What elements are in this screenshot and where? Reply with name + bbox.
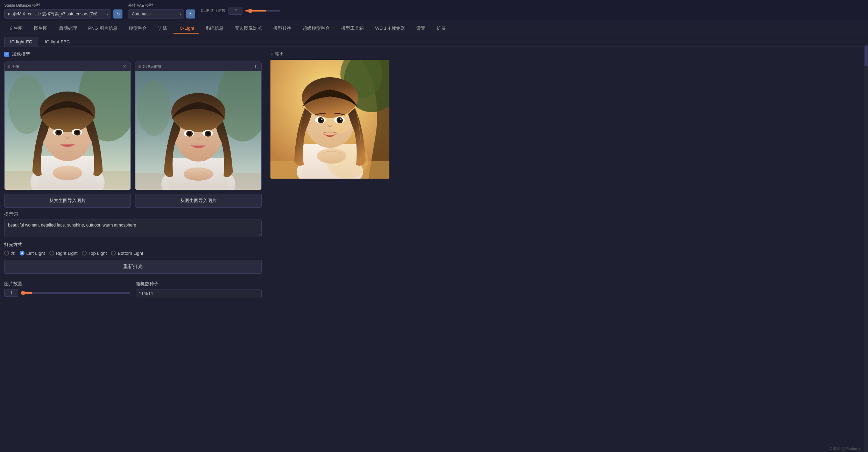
image-panel-1: ⊞ 图像 ✕: [4, 62, 131, 190]
right-panel: ⊞ 输出: [266, 47, 868, 452]
panel1-header-left: ⊞ 图像: [7, 64, 19, 69]
import-from-img2img-btn[interactable]: 从图生图导入图片: [135, 194, 262, 208]
tab-txt2img[interactable]: 文生图: [4, 23, 28, 34]
load-model-label: 加载模型: [12, 51, 30, 57]
load-model-checkbox[interactable]: ✓: [4, 52, 9, 57]
vae-model-label: 外挂 VAE 模型: [128, 3, 195, 8]
count-slider-row: [4, 289, 130, 297]
image-panel-2-header: ⊞ 处理后前景 ⬇: [135, 62, 261, 71]
woman-image-2: [135, 71, 261, 190]
svg-point-14: [75, 131, 79, 135]
scroll-track[interactable]: [864, 45, 868, 452]
vae-model-select[interactable]: Automatic: [128, 9, 184, 19]
vae-refresh-btn[interactable]: ↻: [186, 9, 195, 19]
radio-label-none: 无: [11, 250, 15, 256]
subtab-fbc[interactable]: IC-light-FBC: [39, 37, 76, 46]
radio-top[interactable]: Top Light: [82, 251, 107, 256]
woman-image-1: [5, 71, 130, 190]
panel1-close-btn[interactable]: ✕: [121, 63, 128, 70]
count-section: 图片数量: [4, 277, 130, 297]
tab-browser[interactable]: 无边图像浏览: [230, 23, 267, 34]
radio-label-left: Left Light: [26, 251, 45, 256]
count-slider[interactable]: [21, 292, 130, 294]
output-image-container: [270, 60, 389, 179]
tab-pnginfo[interactable]: PNG 图片信息: [83, 23, 122, 34]
tab-wd14[interactable]: WD 1.4 标签器: [370, 23, 410, 34]
watermark: CSDN @Findemim: [830, 446, 862, 451]
radio-circle-bottom: [111, 251, 116, 256]
image-area-2[interactable]: [135, 71, 261, 190]
radio-right[interactable]: Right Light: [49, 251, 78, 256]
radio-circle-right: [49, 251, 54, 256]
radio-label-bottom: Bottom Light: [118, 251, 143, 256]
tab-extensions[interactable]: 扩展: [432, 23, 451, 34]
radio-left[interactable]: Left Light: [20, 251, 45, 256]
portrait-svg-1: [5, 71, 130, 190]
svg-point-51: [340, 119, 341, 120]
portrait-2: [135, 71, 261, 190]
image-area-1[interactable]: [5, 71, 130, 190]
sd-model-section: Stable Diffusion 模型 majicMIX realistic 麦…: [4, 3, 122, 19]
vae-model-section: 外挂 VAE 模型 Automatic ↻: [128, 3, 195, 19]
load-model-row: ✓ 加载模型: [4, 51, 262, 57]
seed-section: 随机数种子: [136, 277, 262, 298]
prompt-label: 提示词: [4, 211, 262, 217]
scroll-thumb[interactable]: [865, 45, 868, 66]
svg-point-2: [8, 75, 45, 134]
top-bar: Stable Diffusion 模型 majicMIX realistic 麦…: [0, 0, 868, 21]
svg-point-31: [184, 167, 213, 181]
left-panel: ✓ 加载模型 ⊞ 图像 ✕: [0, 47, 266, 452]
clip-label: CLIP 终止层数: [201, 8, 226, 13]
subtab-fc[interactable]: IC-light-FC: [4, 37, 38, 46]
main-content: ✓ 加载模型 ⊞ 图像 ✕: [0, 47, 868, 452]
tab-extras[interactable]: 后期处理: [54, 23, 82, 34]
refresh-icon-2: ↻: [189, 12, 193, 17]
lighting-row: 无 Left Light Right Light Top Light Botto…: [4, 250, 262, 256]
tab-toolkit[interactable]: 模型工具箱: [336, 23, 369, 34]
image-row: ⊞ 图像 ✕: [4, 62, 262, 190]
tab-convert[interactable]: 模型转换: [268, 23, 296, 34]
svg-point-30: [206, 132, 210, 136]
clip-slider[interactable]: [245, 10, 280, 12]
prompt-textarea[interactable]: [4, 220, 262, 237]
sd-refresh-btn[interactable]: ↻: [113, 9, 122, 19]
seed-input[interactable]: [136, 289, 262, 298]
radio-circle-left: [20, 251, 24, 256]
radio-label-top: Top Light: [89, 251, 107, 256]
svg-point-13: [57, 131, 61, 135]
tab-img2img[interactable]: 图生图: [29, 23, 52, 34]
lighting-label: 打光方式: [4, 242, 262, 248]
sd-model-label: Stable Diffusion 模型: [4, 3, 122, 8]
output-header: ⊞ 输出: [270, 51, 864, 57]
clip-section: CLIP 终止层数: [201, 7, 280, 15]
tab-sysinfo[interactable]: 系统信息: [200, 23, 228, 34]
refresh-icon: ↻: [116, 12, 120, 17]
tab-merge[interactable]: 模型融合: [124, 23, 152, 34]
sub-tabs: IC-light-FC IC-light-FBC: [0, 34, 868, 47]
count-value-input[interactable]: [4, 289, 18, 297]
count-label: 图片数量: [4, 281, 130, 287]
seed-label: 随机数种子: [136, 281, 262, 287]
sd-model-select-wrapper: majicMIX realistic 麦橘写实_v7.safetensors […: [4, 9, 111, 19]
sd-model-select[interactable]: majicMIX realistic 麦橘写实_v7.safetensors […: [4, 9, 111, 19]
output-icon: ⊞: [270, 52, 273, 56]
portrait-svg-2: [135, 71, 261, 190]
radio-label-right: Right Light: [56, 251, 78, 256]
relight-btn[interactable]: 重新打光: [4, 260, 262, 274]
radio-bottom[interactable]: Bottom Light: [111, 251, 143, 256]
portrait-1: [5, 71, 130, 190]
import-from-txt2img-btn[interactable]: 从文生图导入图片: [4, 194, 131, 208]
output-image: [270, 60, 389, 179]
radio-none[interactable]: 无: [4, 250, 15, 256]
import-btn-row: 从文生图导入图片 从图生图导入图片: [4, 194, 262, 208]
tab-settings[interactable]: 设置: [411, 23, 430, 34]
panel1-resize-icon: ⊞: [7, 65, 10, 69]
tab-iclight[interactable]: IC-Light: [174, 23, 199, 34]
tab-train[interactable]: 训练: [153, 23, 172, 34]
count-seed-row: 图片数量 随机数种子: [4, 277, 262, 298]
vae-model-select-wrapper: Automatic: [128, 9, 184, 19]
output-label: 输出: [275, 51, 284, 57]
panel2-download-btn[interactable]: ⬇: [252, 63, 259, 70]
tab-supermerge[interactable]: 超级模型融合: [298, 23, 335, 34]
clip-value-input[interactable]: [228, 7, 242, 15]
